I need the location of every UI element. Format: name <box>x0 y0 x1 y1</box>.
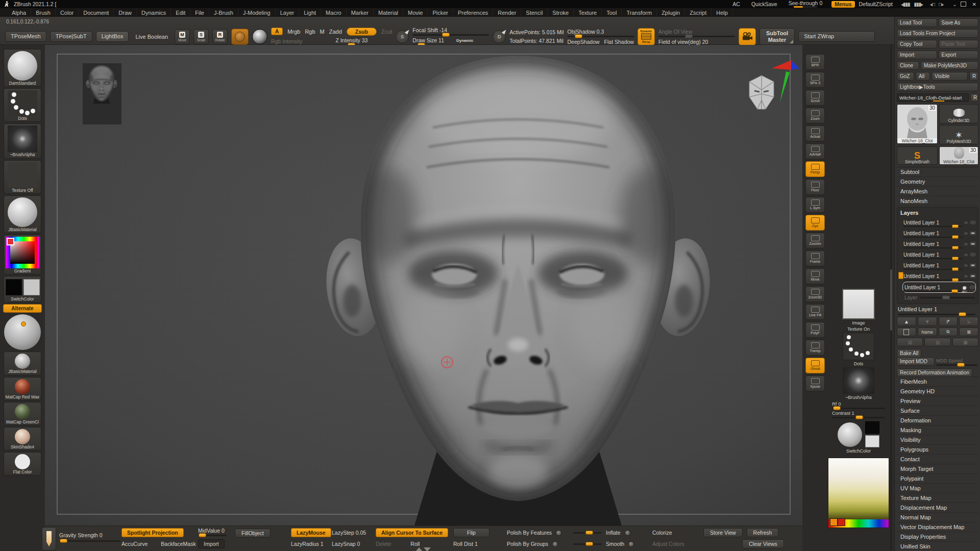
z-intensity-slider[interactable]: Z Intensity 33 <box>335 37 379 46</box>
menu-item[interactable]: Stroke <box>548 8 574 17</box>
right-shelf-button[interactable]: Zoom3D <box>805 286 825 302</box>
canvas-resize-handle[interactable] <box>415 547 431 551</box>
right-shelf-button[interactable]: SPix 3 <box>805 72 825 88</box>
lightbox-tools-button[interactable]: Lightbox▶Tools <box>897 83 978 91</box>
auto-masking-toggle[interactable]: A <box>271 28 283 35</box>
menu-item[interactable]: Picker <box>428 8 453 17</box>
backfacemask-toggle[interactable]: BackfaceMask <box>161 541 195 547</box>
menu-item[interactable]: Color <box>56 8 79 17</box>
deepshadow-toggle[interactable]: DeepShadow <box>568 39 600 45</box>
load-tools-from-project-button[interactable]: Load Tools From Project <box>897 29 978 38</box>
menu-item[interactable]: Zscript <box>685 8 712 17</box>
polish-groups-toggle[interactable] <box>552 541 558 547</box>
goz-button[interactable]: GoZ <box>897 72 914 81</box>
menu-item[interactable]: Alpha <box>7 8 31 17</box>
color-sphere-picker[interactable] <box>4 314 41 350</box>
panel-section-header[interactable]: Deformation <box>897 416 978 425</box>
panel-section-header[interactable]: FiberMesh <box>897 377 978 387</box>
ac-button[interactable]: AC <box>732 1 740 7</box>
tool-slot-head2[interactable]: 30 Witcher-18_Clot <box>939 146 978 165</box>
midvalue-slider[interactable] <box>198 535 227 536</box>
layer-intensity-slider[interactable] <box>903 280 963 281</box>
layer-row[interactable]: Untitled Layer 1 <box>903 239 976 249</box>
quicksave-button[interactable]: QuickSave <box>751 1 777 7</box>
current-material-button[interactable] <box>252 29 267 44</box>
panel-section-header[interactable]: Texture Map <box>897 493 978 503</box>
right-shelf-button[interactable]: PolyF <box>805 322 825 338</box>
rolldist-slider[interactable]: Roll Dist 1 <box>453 541 478 547</box>
copy-tool-button[interactable]: Copy Tool <box>897 40 937 48</box>
restore-button[interactable] <box>961 2 966 7</box>
panel-section-header[interactable]: ArrayMesh <box>897 187 978 196</box>
layer-new-button[interactable] <box>897 328 916 336</box>
layer-mode-icon[interactable] <box>964 254 968 256</box>
layer-intensity-slider[interactable] <box>903 258 963 259</box>
layer-visibility-eye-icon[interactable] <box>969 285 975 289</box>
panel-section-header[interactable]: Polypaint <box>897 474 978 484</box>
menu-item[interactable]: Document <box>79 8 114 17</box>
universal-camera-button[interactable] <box>739 28 756 45</box>
zadd-toggle[interactable]: Zadd <box>329 29 342 35</box>
page-forward-icon[interactable]: □▸ <box>939 2 943 7</box>
contrast-slider[interactable]: Contrast 1 <box>832 410 885 418</box>
right-shelf-button[interactable]: Frame <box>805 251 825 266</box>
lazystep-slider[interactable]: LazyStep 0.05 <box>332 530 366 536</box>
switch-color-control[interactable]: SwitchColor <box>4 276 41 303</box>
mrgb-toggle[interactable]: Mrgb <box>287 29 300 35</box>
start-zwrap-button[interactable]: Start ZWrap <box>798 31 875 42</box>
layer-mode-icon[interactable] <box>964 264 968 267</box>
alpha-selector[interactable]: ~BrushAlpha <box>4 123 41 158</box>
focal-shift-slider[interactable]: Focal Shift -14 <box>412 27 489 36</box>
layer-invert-button[interactable]: ▦ <box>952 338 978 346</box>
panel-section-header[interactable]: Displacement Map <box>897 503 978 513</box>
gravity-strength-slider[interactable] <box>59 540 120 542</box>
right-shelf-button[interactable]: Xpose <box>805 375 825 391</box>
menu-item[interactable]: Tool <box>602 8 622 17</box>
menu-item[interactable]: Movie <box>403 8 428 17</box>
bake-all-button[interactable]: Bake All <box>897 349 921 358</box>
panel-section-header[interactable]: Polygroups <box>897 445 978 455</box>
layer-delete-button[interactable]: ⊠ <box>959 328 978 336</box>
right-shelf-button[interactable]: Persp <box>805 161 825 177</box>
brush-selector-damstandard[interactable]: DamStandard <box>4 49 41 87</box>
tool-slot-simplebrush[interactable]: S SimpleBrush <box>897 146 938 165</box>
panel-section-header[interactable]: Normal Map <box>897 513 978 522</box>
layer-intensity-slider[interactable] <box>903 247 963 248</box>
material-matcap-greencl[interactable]: MatCap GreenCl <box>4 402 41 425</box>
texture-image-thumb[interactable] <box>842 289 875 319</box>
make-polymesh3d-button[interactable]: Make PolyMesh3D <box>921 61 978 70</box>
menu-item[interactable]: Layer <box>276 8 300 17</box>
import-mdd-button[interactable]: Import MDD <box>897 357 935 366</box>
adjust-colors-button[interactable]: Adjust Colors <box>652 541 684 547</box>
panel-section-header[interactable]: Display Properties <box>897 532 978 542</box>
load-tool-button[interactable]: Load Tool <box>897 18 937 27</box>
panel-section-header[interactable]: Preview <box>897 396 978 406</box>
panel-section-header[interactable]: Surface <box>897 406 978 416</box>
close-button[interactable]: ✕ <box>972 2 976 7</box>
secondary-color-swatch[interactable] <box>23 279 40 295</box>
layer-visibility-eye-icon[interactable] <box>970 263 976 267</box>
goz-r-button[interactable]: R <box>969 72 978 81</box>
primary-color-swatch[interactable] <box>6 279 22 295</box>
layer-visibility-eye-icon[interactable] <box>970 242 976 246</box>
texture-selector[interactable]: Texture Off <box>4 160 41 194</box>
spotlight-projection-button[interactable]: Spotlight Projection <box>121 528 184 537</box>
red-swatch[interactable] <box>838 518 845 526</box>
record-deformation-button[interactable]: Record Deformation Animation <box>897 368 972 377</box>
goz-visible-button[interactable]: Visible <box>932 72 968 81</box>
menu-item[interactable]: J-Brush <box>209 8 238 17</box>
menus-toggle-button[interactable]: Menus <box>831 1 854 8</box>
material-jbasic[interactable]: JBasicMaterial <box>4 352 41 375</box>
menu-item[interactable]: Zplugin <box>657 8 685 17</box>
tposemesh-button[interactable]: TPoseMesh <box>5 31 46 42</box>
draw-d-icon[interactable]: D <box>493 30 506 43</box>
right-shelf-button[interactable]: Zoom <box>805 108 825 123</box>
live-boolean-button[interactable]: Live Boolean <box>135 34 168 40</box>
menu-item[interactable]: Stencil <box>521 8 548 17</box>
current-brush-button[interactable] <box>231 29 249 45</box>
lazyradius-slider[interactable]: LazyRadius 1 <box>291 541 324 547</box>
layer-dim-slider[interactable] <box>920 297 975 298</box>
switchcolor-label[interactable]: SwitchColor <box>846 448 871 454</box>
right-shelf-button[interactable]: Actual <box>805 126 825 141</box>
rotate-tool-button[interactable]: RRotate <box>212 29 228 44</box>
